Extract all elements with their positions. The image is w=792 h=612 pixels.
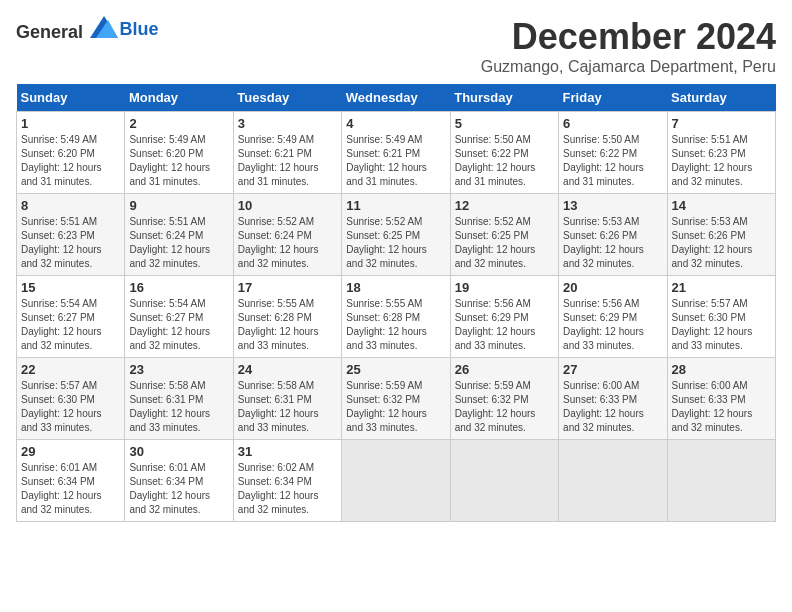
calendar-cell: 16 Sunrise: 5:54 AMSunset: 6:27 PMDaylig… bbox=[125, 276, 233, 358]
calendar-cell: 8 Sunrise: 5:51 AMSunset: 6:23 PMDayligh… bbox=[17, 194, 125, 276]
calendar-cell bbox=[667, 440, 775, 522]
calendar-cell: 23 Sunrise: 5:58 AMSunset: 6:31 PMDaylig… bbox=[125, 358, 233, 440]
header-saturday: Saturday bbox=[667, 84, 775, 112]
day-info: Sunrise: 5:59 AMSunset: 6:32 PMDaylight:… bbox=[346, 380, 427, 433]
calendar-cell: 19 Sunrise: 5:56 AMSunset: 6:29 PMDaylig… bbox=[450, 276, 558, 358]
day-number: 15 bbox=[21, 280, 120, 295]
header-tuesday: Tuesday bbox=[233, 84, 341, 112]
calendar-cell: 22 Sunrise: 5:57 AMSunset: 6:30 PMDaylig… bbox=[17, 358, 125, 440]
logo-general: General bbox=[16, 22, 83, 42]
calendar-cell: 6 Sunrise: 5:50 AMSunset: 6:22 PMDayligh… bbox=[559, 112, 667, 194]
day-number: 3 bbox=[238, 116, 337, 131]
calendar-cell: 4 Sunrise: 5:49 AMSunset: 6:21 PMDayligh… bbox=[342, 112, 450, 194]
day-info: Sunrise: 6:01 AMSunset: 6:34 PMDaylight:… bbox=[21, 462, 102, 515]
day-info: Sunrise: 5:50 AMSunset: 6:22 PMDaylight:… bbox=[455, 134, 536, 187]
day-number: 6 bbox=[563, 116, 662, 131]
week-row-3: 15 Sunrise: 5:54 AMSunset: 6:27 PMDaylig… bbox=[17, 276, 776, 358]
header-thursday: Thursday bbox=[450, 84, 558, 112]
day-number: 12 bbox=[455, 198, 554, 213]
calendar-cell: 15 Sunrise: 5:54 AMSunset: 6:27 PMDaylig… bbox=[17, 276, 125, 358]
day-info: Sunrise: 5:52 AMSunset: 6:24 PMDaylight:… bbox=[238, 216, 319, 269]
calendar-cell: 9 Sunrise: 5:51 AMSunset: 6:24 PMDayligh… bbox=[125, 194, 233, 276]
calendar-table: Sunday Monday Tuesday Wednesday Thursday… bbox=[16, 84, 776, 522]
calendar-cell: 11 Sunrise: 5:52 AMSunset: 6:25 PMDaylig… bbox=[342, 194, 450, 276]
day-number: 4 bbox=[346, 116, 445, 131]
day-info: Sunrise: 5:54 AMSunset: 6:27 PMDaylight:… bbox=[21, 298, 102, 351]
header-friday: Friday bbox=[559, 84, 667, 112]
day-number: 13 bbox=[563, 198, 662, 213]
calendar-cell bbox=[342, 440, 450, 522]
day-info: Sunrise: 6:00 AMSunset: 6:33 PMDaylight:… bbox=[672, 380, 753, 433]
day-info: Sunrise: 5:57 AMSunset: 6:30 PMDaylight:… bbox=[21, 380, 102, 433]
day-number: 9 bbox=[129, 198, 228, 213]
day-info: Sunrise: 6:01 AMSunset: 6:34 PMDaylight:… bbox=[129, 462, 210, 515]
day-info: Sunrise: 5:52 AMSunset: 6:25 PMDaylight:… bbox=[346, 216, 427, 269]
day-info: Sunrise: 5:49 AMSunset: 6:21 PMDaylight:… bbox=[238, 134, 319, 187]
calendar-cell: 27 Sunrise: 6:00 AMSunset: 6:33 PMDaylig… bbox=[559, 358, 667, 440]
day-number: 2 bbox=[129, 116, 228, 131]
calendar-subtitle: Guzmango, Cajamarca Department, Peru bbox=[481, 58, 776, 76]
calendar-cell bbox=[450, 440, 558, 522]
calendar-cell: 26 Sunrise: 5:59 AMSunset: 6:32 PMDaylig… bbox=[450, 358, 558, 440]
logo-icon bbox=[90, 16, 118, 38]
day-info: Sunrise: 5:51 AMSunset: 6:23 PMDaylight:… bbox=[21, 216, 102, 269]
day-number: 8 bbox=[21, 198, 120, 213]
week-row-5: 29 Sunrise: 6:01 AMSunset: 6:34 PMDaylig… bbox=[17, 440, 776, 522]
day-info: Sunrise: 5:58 AMSunset: 6:31 PMDaylight:… bbox=[238, 380, 319, 433]
day-number: 26 bbox=[455, 362, 554, 377]
day-number: 11 bbox=[346, 198, 445, 213]
day-info: Sunrise: 5:54 AMSunset: 6:27 PMDaylight:… bbox=[129, 298, 210, 351]
day-number: 23 bbox=[129, 362, 228, 377]
day-info: Sunrise: 5:51 AMSunset: 6:24 PMDaylight:… bbox=[129, 216, 210, 269]
day-info: Sunrise: 5:58 AMSunset: 6:31 PMDaylight:… bbox=[129, 380, 210, 433]
day-number: 19 bbox=[455, 280, 554, 295]
day-number: 16 bbox=[129, 280, 228, 295]
weekday-header-row: Sunday Monday Tuesday Wednesday Thursday… bbox=[17, 84, 776, 112]
calendar-cell bbox=[559, 440, 667, 522]
week-row-2: 8 Sunrise: 5:51 AMSunset: 6:23 PMDayligh… bbox=[17, 194, 776, 276]
header: General Blue December 2024 Guzmango, Caj… bbox=[16, 16, 776, 76]
calendar-cell: 20 Sunrise: 5:56 AMSunset: 6:29 PMDaylig… bbox=[559, 276, 667, 358]
day-info: Sunrise: 5:49 AMSunset: 6:20 PMDaylight:… bbox=[129, 134, 210, 187]
day-number: 20 bbox=[563, 280, 662, 295]
day-number: 22 bbox=[21, 362, 120, 377]
day-number: 17 bbox=[238, 280, 337, 295]
day-info: Sunrise: 5:52 AMSunset: 6:25 PMDaylight:… bbox=[455, 216, 536, 269]
calendar-cell: 17 Sunrise: 5:55 AMSunset: 6:28 PMDaylig… bbox=[233, 276, 341, 358]
day-number: 30 bbox=[129, 444, 228, 459]
day-info: Sunrise: 5:53 AMSunset: 6:26 PMDaylight:… bbox=[672, 216, 753, 269]
day-info: Sunrise: 6:02 AMSunset: 6:34 PMDaylight:… bbox=[238, 462, 319, 515]
day-number: 31 bbox=[238, 444, 337, 459]
header-wednesday: Wednesday bbox=[342, 84, 450, 112]
calendar-cell: 30 Sunrise: 6:01 AMSunset: 6:34 PMDaylig… bbox=[125, 440, 233, 522]
title-section: December 2024 Guzmango, Cajamarca Depart… bbox=[481, 16, 776, 76]
day-info: Sunrise: 5:53 AMSunset: 6:26 PMDaylight:… bbox=[563, 216, 644, 269]
calendar-cell: 18 Sunrise: 5:55 AMSunset: 6:28 PMDaylig… bbox=[342, 276, 450, 358]
calendar-cell: 14 Sunrise: 5:53 AMSunset: 6:26 PMDaylig… bbox=[667, 194, 775, 276]
calendar-cell: 12 Sunrise: 5:52 AMSunset: 6:25 PMDaylig… bbox=[450, 194, 558, 276]
calendar-cell: 31 Sunrise: 6:02 AMSunset: 6:34 PMDaylig… bbox=[233, 440, 341, 522]
calendar-cell: 2 Sunrise: 5:49 AMSunset: 6:20 PMDayligh… bbox=[125, 112, 233, 194]
day-number: 28 bbox=[672, 362, 771, 377]
calendar-cell: 21 Sunrise: 5:57 AMSunset: 6:30 PMDaylig… bbox=[667, 276, 775, 358]
day-info: Sunrise: 6:00 AMSunset: 6:33 PMDaylight:… bbox=[563, 380, 644, 433]
calendar-cell: 1 Sunrise: 5:49 AMSunset: 6:20 PMDayligh… bbox=[17, 112, 125, 194]
calendar-cell: 28 Sunrise: 6:00 AMSunset: 6:33 PMDaylig… bbox=[667, 358, 775, 440]
day-info: Sunrise: 5:55 AMSunset: 6:28 PMDaylight:… bbox=[238, 298, 319, 351]
week-row-4: 22 Sunrise: 5:57 AMSunset: 6:30 PMDaylig… bbox=[17, 358, 776, 440]
header-sunday: Sunday bbox=[17, 84, 125, 112]
day-info: Sunrise: 5:56 AMSunset: 6:29 PMDaylight:… bbox=[563, 298, 644, 351]
day-number: 10 bbox=[238, 198, 337, 213]
calendar-cell: 25 Sunrise: 5:59 AMSunset: 6:32 PMDaylig… bbox=[342, 358, 450, 440]
calendar-cell: 5 Sunrise: 5:50 AMSunset: 6:22 PMDayligh… bbox=[450, 112, 558, 194]
calendar-cell: 10 Sunrise: 5:52 AMSunset: 6:24 PMDaylig… bbox=[233, 194, 341, 276]
logo-blue: Blue bbox=[120, 19, 159, 40]
calendar-title: December 2024 bbox=[481, 16, 776, 58]
day-info: Sunrise: 5:50 AMSunset: 6:22 PMDaylight:… bbox=[563, 134, 644, 187]
day-info: Sunrise: 5:56 AMSunset: 6:29 PMDaylight:… bbox=[455, 298, 536, 351]
header-monday: Monday bbox=[125, 84, 233, 112]
calendar-cell: 24 Sunrise: 5:58 AMSunset: 6:31 PMDaylig… bbox=[233, 358, 341, 440]
day-info: Sunrise: 5:49 AMSunset: 6:21 PMDaylight:… bbox=[346, 134, 427, 187]
day-number: 24 bbox=[238, 362, 337, 377]
calendar-cell: 13 Sunrise: 5:53 AMSunset: 6:26 PMDaylig… bbox=[559, 194, 667, 276]
